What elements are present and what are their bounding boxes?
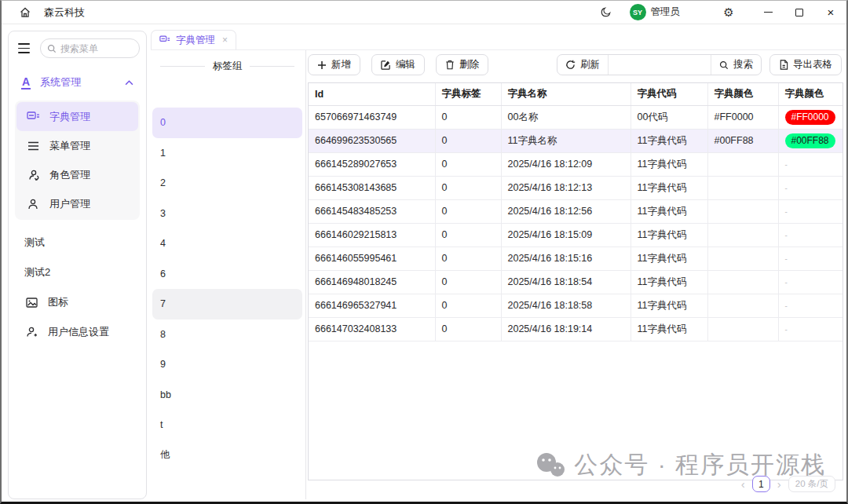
hamburger-menu-icon[interactable]	[15, 39, 34, 58]
gear-icon[interactable]: ⚙	[718, 2, 740, 24]
cell-color-badge: -	[778, 223, 843, 247]
cell-code: 11字典代码	[631, 223, 707, 247]
next-page-icon[interactable]: ›	[777, 478, 781, 490]
refresh-button-label: 刷新	[580, 58, 600, 71]
edit-button[interactable]: 编辑	[371, 54, 425, 75]
home-icon[interactable]	[14, 2, 36, 24]
minimize-button[interactable]	[752, 2, 784, 24]
tag-item[interactable]: bb	[152, 380, 302, 411]
table-row[interactable]: 66614548348525302025/4/16 18:12:5611字典代码…	[309, 199, 843, 223]
cell-code: 11字典代码	[631, 247, 707, 270]
table-row[interactable]: 66614694801824502025/4/16 18:18:5411字典代码…	[309, 270, 843, 294]
cell-color	[707, 152, 778, 176]
page-number[interactable]: 1	[752, 476, 770, 492]
cell-name: 2025/4/16 18:19:14	[501, 317, 631, 341]
cell-id: 666145289027653	[309, 152, 435, 176]
tag-item[interactable]: t	[152, 410, 302, 440]
divider	[160, 66, 205, 67]
tag-list: 012346789bbt他	[152, 108, 302, 470]
delete-button[interactable]: 删除	[436, 54, 488, 75]
cell-label: 0	[435, 223, 501, 247]
file-export-icon	[779, 60, 788, 70]
sidebar-item-menu[interactable]: 菜单管理	[16, 131, 138, 160]
maximize-button[interactable]	[784, 2, 815, 24]
table-row[interactable]: 664699623530565011字典名称11字典代码#00FF88#00FF…	[309, 129, 843, 152]
sidebar-item-user[interactable]: 用户管理	[16, 189, 138, 218]
cell-color	[707, 270, 778, 294]
cell-code: 11字典代码	[631, 199, 707, 223]
page-size-select[interactable]: 20 条/页	[788, 476, 835, 492]
close-button[interactable]: ×	[815, 2, 846, 24]
tag-item[interactable]: 3	[152, 199, 302, 229]
user-plus-icon	[24, 327, 38, 338]
table-row[interactable]: 66614528902765302025/4/16 18:12:0911字典代码…	[309, 152, 843, 176]
sidebar-item-userinfo[interactable]: 用户信息设置	[15, 317, 140, 347]
sidebar-item-icons[interactable]: 图标	[15, 287, 140, 317]
cell-code: 11字典代码	[631, 270, 707, 294]
tag-item[interactable]: 2	[152, 168, 302, 199]
export-button[interactable]: 导出表格	[769, 54, 842, 75]
cell-code: 11字典代码	[631, 176, 707, 199]
empty-badge: -	[785, 301, 788, 310]
tag-item[interactable]: 1	[152, 138, 302, 169]
dark-mode-moon-icon[interactable]	[595, 2, 617, 24]
tag-item[interactable]: 6	[152, 259, 302, 290]
cell-color	[707, 223, 778, 247]
sidebar-search[interactable]	[40, 38, 140, 58]
cell-name: 2025/4/16 18:18:58	[501, 294, 631, 317]
tag-item[interactable]: 7	[152, 289, 302, 320]
sidebar-item-test[interactable]: 测试	[15, 228, 140, 257]
tab-dict-management[interactable]: 字典管理 ×	[151, 30, 236, 49]
table-row[interactable]: 66614696532794102025/4/16 18:18:5811字典代码…	[309, 294, 843, 317]
cell-color-badge: -	[778, 317, 843, 341]
tag-item[interactable]: 4	[152, 228, 302, 259]
cell-label: 0	[435, 294, 501, 317]
sidebar-item-test2[interactable]: 测试2	[15, 257, 140, 287]
cell-label: 0	[435, 199, 501, 223]
sidebar-item-label: 用户信息设置	[48, 325, 109, 339]
cell-code: 11字典代码	[631, 294, 707, 317]
empty-badge: -	[785, 254, 788, 263]
tag-item[interactable]: 9	[152, 349, 302, 380]
table-search-input[interactable]	[609, 55, 711, 75]
cell-label: 0	[435, 105, 501, 129]
cell-name: 2025/4/16 18:15:09	[501, 223, 631, 247]
sidebar-item-role[interactable]: 角色管理	[16, 160, 138, 189]
refresh-button[interactable]: 刷新	[557, 55, 609, 75]
table-row[interactable]: 66614605599546102025/4/16 18:15:1611字典代码…	[309, 247, 843, 270]
cell-label: 0	[435, 176, 501, 199]
tag-item[interactable]: 8	[152, 320, 302, 350]
table-row[interactable]: 66614703240813302025/4/16 18:19:1411字典代码…	[309, 317, 843, 341]
add-button[interactable]: 新增	[308, 54, 360, 75]
sidebar-item-label: 角色管理	[49, 168, 90, 182]
cell-name: 2025/4/16 18:12:09	[501, 152, 631, 176]
cell-label: 0	[435, 270, 501, 294]
cell-color-badge: #00FF88	[778, 129, 843, 152]
cell-name: 2025/4/16 18:15:16	[501, 247, 631, 270]
cell-color-badge: -	[778, 247, 843, 270]
search-button[interactable]: 搜索	[711, 55, 761, 75]
table-row[interactable]: 657066971463749000名称00代码#FF0000#FF0000	[309, 105, 843, 129]
cell-id: 657066971463749	[309, 105, 435, 129]
avatar[interactable]: SY	[630, 4, 646, 20]
cell-code: 11字典代码	[631, 317, 707, 341]
dict-icon	[26, 111, 40, 122]
cell-id: 666145308143685	[309, 176, 435, 199]
image-icon	[24, 298, 38, 308]
tag-item[interactable]: 0	[152, 108, 302, 138]
main-content: 新增 编辑 删除	[308, 50, 842, 499]
tab-close-icon[interactable]: ×	[222, 35, 228, 46]
refresh-icon	[565, 60, 576, 70]
titlebar: 森云科技 SY 管理员 ⚙ ×	[2, 1, 846, 24]
table-row[interactable]: 66614602921581302025/4/16 18:15:0911字典代码…	[309, 223, 843, 247]
cell-color	[707, 247, 778, 270]
tag-item[interactable]: 他	[152, 440, 302, 471]
table-row[interactable]: 66614530814368502025/4/16 18:12:1311字典代码…	[309, 176, 843, 199]
sidebar-group-system[interactable]: A 系统管理	[15, 71, 140, 94]
delete-button-label: 删除	[459, 58, 479, 71]
sidebar-submenu: 字典管理菜单管理角色管理用户管理	[15, 100, 140, 220]
sidebar-search-input[interactable]	[60, 43, 128, 54]
prev-page-icon[interactable]: ‹	[741, 478, 745, 490]
sidebar-item-dict[interactable]: 字典管理	[16, 102, 138, 131]
sidebar-root-items: 测试测试2图标用户信息设置	[15, 228, 140, 347]
